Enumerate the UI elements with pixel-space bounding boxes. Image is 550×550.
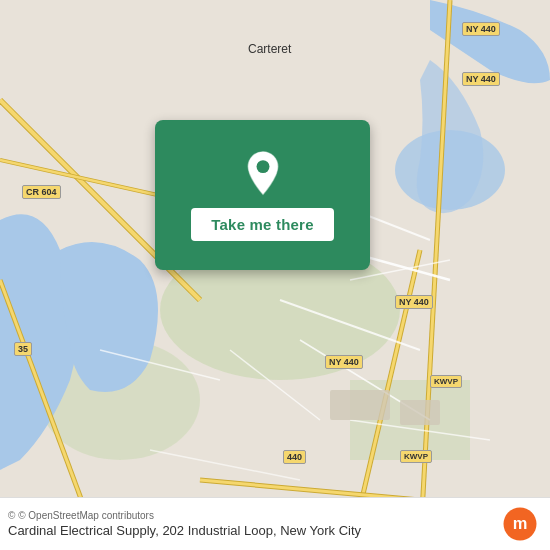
map-background: Carteret NY 440 NY 440 NY 440 NY 440 CR …	[0, 0, 550, 550]
take-me-there-button[interactable]: Take me there	[191, 208, 333, 241]
road-label-ny440-top: NY 440	[462, 22, 500, 36]
road-label-kwvp1: KWVP	[430, 375, 462, 388]
location-pin-icon	[239, 150, 287, 198]
copyright-symbol: ©	[8, 510, 15, 521]
map-container: Carteret NY 440 NY 440 NY 440 NY 440 CR …	[0, 0, 550, 550]
svg-point-29	[256, 160, 269, 173]
bottom-info: © © OpenStreetMap contributors Cardinal …	[8, 510, 361, 538]
bottom-bar: © © OpenStreetMap contributors Cardinal …	[0, 497, 550, 550]
road-label-440-bottom: 440	[283, 450, 306, 464]
svg-text:m: m	[513, 514, 528, 532]
action-card: Take me there	[155, 120, 370, 270]
road-label-ny440-low: NY 440	[325, 355, 363, 369]
moovit-icon: m	[502, 506, 538, 542]
moovit-logo: m	[502, 506, 538, 542]
attribution-label: © OpenStreetMap contributors	[18, 510, 154, 521]
road-label-35: 35	[14, 342, 32, 356]
road-label-ny440-right: NY 440	[462, 72, 500, 86]
svg-rect-26	[330, 390, 390, 420]
road-label-cr604: CR 604	[22, 185, 61, 199]
road-label-ny440-mid: NY 440	[395, 295, 433, 309]
carteret-label: Carteret	[248, 42, 291, 56]
attribution-text: © © OpenStreetMap contributors	[8, 510, 361, 521]
svg-rect-27	[400, 400, 440, 425]
road-label-kwvp2: KWVP	[400, 450, 432, 463]
location-title: Cardinal Electrical Supply, 202 Industri…	[8, 523, 361, 538]
